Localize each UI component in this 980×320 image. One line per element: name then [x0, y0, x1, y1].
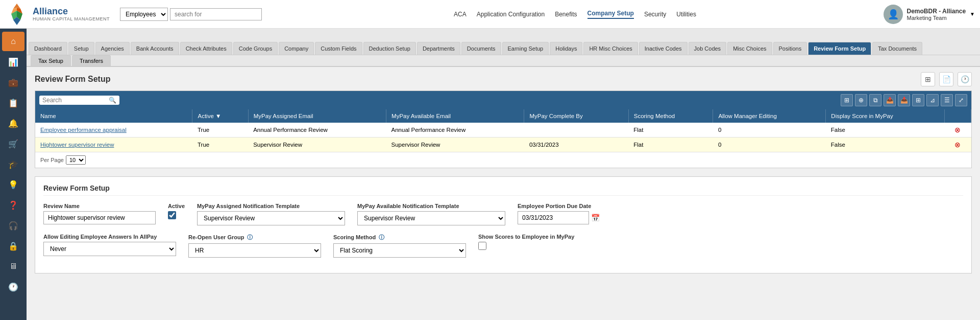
tab-review-form-setup[interactable]: Review Form Setup: [808, 42, 871, 55]
tab-documents[interactable]: Documents: [461, 42, 501, 55]
tab-deduction-setup[interactable]: Deduction Setup: [363, 42, 416, 55]
mypay-available-select[interactable]: Supervisor Review Annual Performance Rev…: [357, 211, 505, 225]
toolbar-icon-fullscreen[interactable]: ⤢: [955, 94, 967, 106]
sidebar-item-graduation[interactable]: 🎓: [2, 154, 24, 174]
calendar-icon[interactable]: 📅: [591, 214, 600, 222]
col-mypay-complete: MyPay Complete By: [524, 109, 628, 123]
sidebar-item-lock[interactable]: 🔒: [2, 236, 24, 256]
employee-due-input[interactable]: [518, 211, 589, 224]
sidebar-item-cart[interactable]: 🛒: [2, 134, 24, 153]
show-scores-checkbox[interactable]: [478, 242, 486, 250]
tab-code-groups[interactable]: Code Groups: [233, 42, 278, 55]
search-input[interactable]: [170, 8, 262, 20]
menu-app-config[interactable]: Application Configuration: [477, 11, 545, 18]
tab-positions[interactable]: Positions: [773, 42, 807, 55]
logo-text-area: Alliance HUMAN CAPITAL MANAGEMENT: [33, 7, 110, 22]
mypay-assigned-select[interactable]: Supervisor Review Annual Performance Rev…: [197, 211, 345, 225]
per-page-select[interactable]: 10 25 50: [66, 155, 86, 165]
sidebar: ⌂ 📊 💼 📋 🔔 🛒 🎓 💡 ❓ 🎧 🔒 🖥 🕐: [0, 29, 27, 320]
date-field-container: 📅: [518, 211, 600, 224]
sub-tab-transfers[interactable]: Transfers: [72, 55, 111, 66]
search-category-dropdown[interactable]: Employees: [120, 8, 168, 21]
sidebar-item-home[interactable]: ⌂: [2, 32, 24, 51]
tab-agencies[interactable]: Agencies: [95, 42, 130, 55]
tab-tax-documents[interactable]: Tax Documents: [872, 42, 922, 55]
table-search-box: 🔍: [39, 96, 119, 105]
sidebar-item-chart[interactable]: 📊: [2, 52, 24, 72]
row-name-employee-appraisal[interactable]: Employee performance appraisal: [35, 123, 192, 138]
tab-company[interactable]: Company: [279, 42, 314, 55]
grid-view-icon[interactable]: ⊞: [921, 72, 935, 86]
search-icon: 🔍: [109, 97, 116, 104]
toolbar-icon-1[interactable]: ⊞: [841, 94, 853, 106]
tab-departments[interactable]: Departments: [417, 42, 460, 55]
delete-icon-2[interactable]: ⊗: [949, 141, 966, 149]
sidebar-item-bulb[interactable]: 💡: [2, 175, 24, 194]
menu-benefits[interactable]: Benefits: [555, 11, 577, 18]
tab-earning-setup[interactable]: Earning Setup: [502, 42, 549, 55]
table-row[interactable]: Hightower supervisor review True Supervi…: [35, 138, 971, 152]
active-checkbox[interactable]: [168, 211, 176, 219]
search-area: Employees: [120, 8, 262, 21]
col-mypay-available: MyPay Available Email: [386, 109, 524, 123]
tab-bank-accounts[interactable]: Bank Accounts: [131, 42, 179, 55]
allow-editing-select[interactable]: Never Always After Manager Review: [43, 242, 176, 256]
sidebar-item-clock[interactable]: 🕐: [2, 277, 24, 296]
sidebar-item-help[interactable]: ❓: [2, 195, 24, 215]
row-active-1: True: [192, 123, 248, 138]
tab-holidays[interactable]: Holidays: [550, 42, 582, 55]
tab-misc-choices[interactable]: Misc Choices: [727, 42, 772, 55]
allow-editing-label: Allow Editing Employee Answers In AllPay: [43, 234, 176, 240]
page-icons: ⊞ 📄 🕐: [921, 72, 972, 86]
menu-security[interactable]: Security: [644, 11, 666, 18]
list-view-icon[interactable]: 📄: [939, 72, 953, 86]
table-toolbar: 🔍 ⊞ ⊕ ⧉ 📤 📥 ⊞ ⊿ ☰ ⤢: [35, 91, 971, 109]
menu-utilities[interactable]: Utilities: [676, 11, 696, 18]
sidebar-item-list[interactable]: 📋: [2, 93, 24, 112]
table-section: 🔍 ⊞ ⊕ ⧉ 📤 📥 ⊞ ⊿ ☰ ⤢: [35, 90, 972, 168]
tab-inactive-codes[interactable]: Inactive Codes: [639, 42, 688, 55]
tab-check-attributes[interactable]: Check Attributes: [180, 42, 232, 55]
col-name: Name: [35, 109, 192, 123]
table-row[interactable]: Employee performance appraisal True Annu…: [35, 123, 971, 138]
tab-hr-misc[interactable]: HR Misc Choices: [583, 42, 638, 55]
table-search-input[interactable]: [42, 97, 109, 104]
toolbar-icon-add[interactable]: ⊕: [855, 94, 867, 106]
sidebar-item-monitor[interactable]: 🖥: [2, 257, 24, 276]
tab-custom-fields[interactable]: Custom Fields: [315, 42, 362, 55]
menu-aca[interactable]: ACA: [454, 11, 467, 18]
toolbar-icon-columns[interactable]: ☰: [941, 94, 953, 106]
review-name-input[interactable]: [43, 211, 156, 224]
show-scores-label: Show Scores to Employee in MyPay: [478, 234, 574, 240]
toolbar-icon-import[interactable]: 📥: [898, 94, 910, 106]
sidebar-item-bell[interactable]: 🔔: [2, 113, 24, 133]
toolbar-icon-export[interactable]: 📤: [884, 94, 896, 106]
col-active[interactable]: Active ▼: [192, 109, 248, 123]
user-dropdown-icon[interactable]: ▼: [970, 11, 975, 17]
toolbar-icon-copy[interactable]: ⧉: [869, 94, 881, 106]
sidebar-item-briefcase[interactable]: 💼: [2, 73, 24, 92]
scoring-info-icon: ⓘ: [379, 234, 384, 240]
col-allow-manager: Allow Manager Editing: [713, 109, 826, 123]
sub-tab-tax-setup[interactable]: Tax Setup: [31, 55, 71, 66]
scoring-select[interactable]: Flat Scoring Weighted Scoring No Scoring: [333, 243, 466, 258]
tab-setup[interactable]: Setup: [68, 42, 94, 55]
per-page-label: Per Page: [40, 157, 64, 163]
tab-job-codes[interactable]: Job Codes: [689, 42, 727, 55]
logo-icon: [5, 3, 29, 26]
tab-dashboard[interactable]: Dashboard: [29, 42, 67, 55]
row-complete-2: 03/31/2023: [524, 138, 628, 152]
row-delete-2[interactable]: ⊗: [944, 138, 971, 152]
col-display-score: Display Score in MyPay: [826, 109, 944, 123]
row-available-2: Supervisor Review: [386, 138, 524, 152]
history-icon[interactable]: 🕐: [958, 72, 972, 86]
toolbar-icon-clone[interactable]: ⊞: [912, 94, 924, 106]
row-name-hightower[interactable]: Hightower supervisor review: [35, 138, 192, 152]
scoring-label: Scoring Method ⓘ: [333, 234, 466, 241]
toolbar-icon-filter[interactable]: ⊿: [926, 94, 939, 106]
reopen-select[interactable]: HR Admin Manager: [188, 243, 321, 258]
menu-company-setup[interactable]: Company Setup: [587, 10, 634, 19]
delete-icon-1[interactable]: ⊗: [949, 126, 966, 134]
row-delete-1[interactable]: ⊗: [944, 123, 971, 138]
sidebar-item-headset[interactable]: 🎧: [2, 216, 24, 235]
